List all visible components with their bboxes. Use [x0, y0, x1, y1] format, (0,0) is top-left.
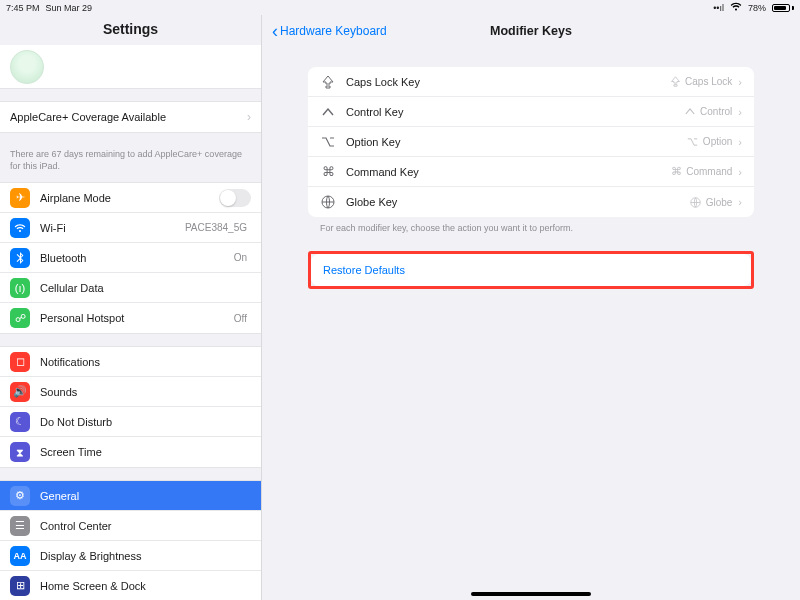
- key-value: Command: [686, 166, 732, 177]
- key-value: Control: [700, 106, 732, 117]
- capslock-icon: [669, 76, 681, 88]
- key-value: Option: [703, 136, 732, 147]
- sidebar-item-general[interactable]: ⚙ General: [0, 481, 261, 511]
- back-button[interactable]: ‹ Hardware Keyboard: [272, 22, 387, 40]
- chevron-right-icon: ›: [738, 196, 742, 208]
- cellular-icon: (ı): [10, 278, 30, 298]
- home-indicator[interactable]: [471, 592, 591, 596]
- chevron-right-icon: ›: [738, 76, 742, 88]
- bluetooth-icon: [10, 248, 30, 268]
- sidebar-item-label: Do Not Disturb: [40, 416, 251, 428]
- command-icon: ⌘: [670, 166, 682, 178]
- control-icon: [320, 104, 336, 120]
- capslock-icon: [320, 74, 336, 90]
- sidebar-item-screentime[interactable]: ⧗ Screen Time: [0, 437, 261, 467]
- sidebar-item-value: On: [234, 252, 247, 263]
- profile-row[interactable]: [0, 45, 261, 89]
- sidebar-item-controlcenter[interactable]: ☰ Control Center: [0, 511, 261, 541]
- back-label: Hardware Keyboard: [280, 24, 387, 38]
- applecare-footnote: There are 67 days remaining to add Apple…: [0, 145, 261, 182]
- key-label: Control Key: [346, 106, 684, 118]
- grid-icon: ⊞: [10, 576, 30, 596]
- hotspot-icon: ☍: [10, 308, 30, 328]
- key-label: Globe Key: [346, 196, 690, 208]
- option-icon: [687, 136, 699, 148]
- text-size-icon: AA: [10, 546, 30, 566]
- notifications-icon: ◻: [10, 352, 30, 372]
- control-icon: [684, 106, 696, 118]
- sidebar-item-label: Notifications: [40, 356, 251, 368]
- avatar: [10, 50, 44, 84]
- gear-icon: ⚙: [10, 486, 30, 506]
- airplane-toggle[interactable]: [219, 189, 251, 207]
- sliders-icon: ☰: [10, 516, 30, 536]
- sidebar-item-label: Airplane Mode: [40, 192, 219, 204]
- sidebar-item-label: Home Screen & Dock: [40, 580, 251, 592]
- key-label: Command Key: [346, 166, 670, 178]
- globe-icon: [320, 194, 336, 210]
- key-label: Caps Lock Key: [346, 76, 669, 88]
- sounds-icon: 🔊: [10, 382, 30, 402]
- battery-percent: 78%: [748, 3, 766, 13]
- status-date: Sun Mar 29: [46, 3, 93, 13]
- restore-defaults-button[interactable]: Restore Defaults: [311, 254, 751, 286]
- option-icon: [320, 134, 336, 150]
- modifier-keys-list: Caps Lock Key Caps Lock › Control Key Co…: [308, 67, 754, 217]
- command-icon: ⌘: [320, 164, 336, 180]
- sidebar-item-homescreen[interactable]: ⊞ Home Screen & Dock: [0, 571, 261, 600]
- applecare-row[interactable]: AppleCare+ Coverage Available ›: [0, 102, 261, 132]
- key-value: Caps Lock: [685, 76, 732, 87]
- sidebar-item-bluetooth[interactable]: Bluetooth On: [0, 243, 261, 273]
- sidebar-item-airplane[interactable]: ✈ Airplane Mode: [0, 183, 261, 213]
- sidebar-item-hotspot[interactable]: ☍ Personal Hotspot Off: [0, 303, 261, 333]
- sidebar-title: Settings: [0, 15, 261, 45]
- sidebar-item-notifications[interactable]: ◻ Notifications: [0, 347, 261, 377]
- globe-row[interactable]: Globe Key Globe ›: [308, 187, 754, 217]
- sidebar-item-label: General: [40, 490, 251, 502]
- sidebar-item-display[interactable]: AA Display & Brightness: [0, 541, 261, 571]
- key-label: Option Key: [346, 136, 687, 148]
- status-time: 7:45 PM: [6, 3, 40, 13]
- chevron-right-icon: ›: [738, 106, 742, 118]
- sidebar-item-wifi[interactable]: Wi-Fi PACE384_5G: [0, 213, 261, 243]
- section-caption: For each modifier key, choose the action…: [308, 217, 754, 247]
- airplane-icon: ✈: [10, 188, 30, 208]
- moon-icon: ☾: [10, 412, 30, 432]
- sidebar-item-dnd[interactable]: ☾ Do Not Disturb: [0, 407, 261, 437]
- command-row[interactable]: ⌘ Command Key ⌘Command ›: [308, 157, 754, 187]
- sidebar-item-label: Wi-Fi: [40, 222, 185, 234]
- sidebar-item-label: Display & Brightness: [40, 550, 251, 562]
- control-row[interactable]: Control Key Control ›: [308, 97, 754, 127]
- battery-icon: [772, 4, 794, 12]
- applecare-label: AppleCare+ Coverage Available: [10, 111, 247, 123]
- status-bar: 7:45 PM Sun Mar 29 ••ıl 78%: [0, 0, 800, 15]
- hourglass-icon: ⧗: [10, 442, 30, 462]
- sidebar-item-label: Screen Time: [40, 446, 251, 458]
- option-row[interactable]: Option Key Option ›: [308, 127, 754, 157]
- wifi-settings-icon: [10, 218, 30, 238]
- sidebar-item-sounds[interactable]: 🔊 Sounds: [0, 377, 261, 407]
- settings-sidebar: Settings AppleCare+ Coverage Available ›…: [0, 15, 262, 600]
- detail-pane: ‹ Hardware Keyboard Modifier Keys Caps L…: [262, 15, 800, 600]
- wifi-icon: [730, 2, 742, 13]
- key-value: Globe: [706, 197, 733, 208]
- sidebar-item-label: Control Center: [40, 520, 251, 532]
- sidebar-item-label: Cellular Data: [40, 282, 251, 294]
- sidebar-item-label: Personal Hotspot: [40, 312, 234, 324]
- sidebar-item-value: Off: [234, 313, 247, 324]
- sidebar-item-label: Sounds: [40, 386, 251, 398]
- caps-lock-row[interactable]: Caps Lock Key Caps Lock ›: [308, 67, 754, 97]
- chevron-left-icon: ‹: [272, 22, 278, 40]
- cellular-signal-icon: ••ıl: [713, 3, 724, 13]
- chevron-right-icon: ›: [247, 110, 251, 124]
- sidebar-item-cellular[interactable]: (ı) Cellular Data: [0, 273, 261, 303]
- chevron-right-icon: ›: [738, 136, 742, 148]
- sidebar-item-value: PACE384_5G: [185, 222, 247, 233]
- sidebar-item-label: Bluetooth: [40, 252, 234, 264]
- globe-icon: [690, 196, 702, 208]
- chevron-right-icon: ›: [738, 166, 742, 178]
- highlight-box: Restore Defaults: [308, 251, 754, 289]
